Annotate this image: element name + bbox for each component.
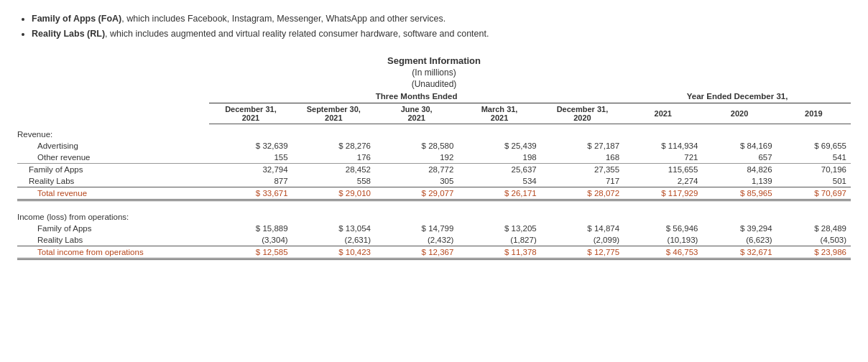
row-value: 558 [292, 175, 375, 187]
row-value: 168 [541, 152, 624, 164]
col-year-2019: 2019 [777, 103, 851, 124]
row-value: 1,139 [702, 175, 776, 187]
row-value: 176 [292, 152, 375, 164]
row-value: 70,196 [777, 163, 851, 175]
table-subtitle1: (In millions) [17, 68, 851, 78]
year-ended-header: Year Ended December 31, [624, 90, 851, 103]
row-value: $ 14,874 [541, 223, 624, 234]
row-value: 877 [209, 175, 292, 187]
row-label: Other revenue [17, 152, 209, 164]
row-value: 534 [458, 175, 540, 187]
row-value: $ 15,889 [209, 223, 292, 234]
table-title: Segment Information [17, 55, 851, 66]
row-label: Reality Labs [17, 175, 209, 187]
foa-bold: Family of Apps (FoA) [32, 14, 121, 24]
row-value: $ 33,671 [209, 187, 292, 200]
table-row: Family of Apps$ 15,889$ 13,054$ 14,799$ … [17, 223, 851, 234]
row-value: 198 [458, 152, 540, 164]
row-value: $ 11,378 [458, 246, 540, 259]
row-value: $ 12,367 [375, 246, 458, 259]
row-value: 28,772 [375, 163, 458, 175]
row-value: (1,827) [458, 234, 540, 246]
col-sep30-2021: September 30,2021 [292, 103, 375, 124]
row-label: Reality Labs [17, 234, 209, 246]
row-value: $ 13,054 [292, 223, 375, 234]
row-value: $ 26,171 [458, 187, 540, 200]
row-value: 84,826 [702, 163, 776, 175]
column-subheader: December 31,2021 September 30,2021 June … [17, 103, 851, 124]
row-value: 192 [375, 152, 458, 164]
row-value: 721 [624, 152, 702, 164]
row-value: 717 [541, 175, 624, 187]
row-value: $ 39,294 [702, 223, 776, 234]
row-value: $ 32,671 [702, 246, 776, 259]
row-value: (6,623) [702, 234, 776, 246]
column-group-header: Three Months Ended Year Ended December 3… [17, 90, 851, 103]
row-value: (10,193) [624, 234, 702, 246]
row-value: 541 [777, 152, 851, 164]
row-value: $ 28,072 [541, 187, 624, 200]
row-value: $ 117,929 [624, 187, 702, 200]
row-value: $ 70,697 [777, 187, 851, 200]
col-jun30-2021: June 30,2021 [375, 103, 458, 124]
table-row: Total revenue$ 33,671$ 29,010$ 29,077$ 2… [17, 187, 851, 200]
col-year-2020: 2020 [702, 103, 776, 124]
table-row: Family of Apps32,79428,45228,77225,63727… [17, 163, 851, 175]
row-value: 657 [702, 152, 776, 164]
row-value: 305 [375, 175, 458, 187]
three-months-header: Three Months Ended [209, 90, 624, 103]
row-value: $ 14,799 [375, 223, 458, 234]
row-value: $ 13,205 [458, 223, 540, 234]
row-value: (4,503) [777, 234, 851, 246]
foa-rest: , which includes Facebook, Instagram, Me… [121, 14, 445, 24]
col-year-2021: 2021 [624, 103, 702, 124]
section-label: Revenue: [17, 124, 851, 140]
row-value: 115,655 [624, 163, 702, 175]
col-mar31-2021: March 31,2021 [458, 103, 540, 124]
row-value: 32,794 [209, 163, 292, 175]
intro-item-foa: Family of Apps (FoA), which includes Fac… [32, 11, 851, 27]
row-label: Family of Apps [17, 163, 209, 175]
row-label: Total income from operations [17, 246, 209, 259]
row-label: Family of Apps [17, 223, 209, 234]
row-value: (2,432) [375, 234, 458, 246]
row-value: (2,099) [541, 234, 624, 246]
row-value: $ 28,276 [292, 140, 375, 152]
intro-list: Family of Apps (FoA), which includes Fac… [17, 11, 851, 42]
row-value: $ 32,639 [209, 140, 292, 152]
row-value: (2,631) [292, 234, 375, 246]
table-row: Reality Labs8775583055347172,2741,139501 [17, 175, 851, 187]
row-value: $ 10,423 [292, 246, 375, 259]
rl-rest: , which includes augmented and virtual r… [105, 29, 489, 39]
row-value: 27,355 [541, 163, 624, 175]
row-value: $ 12,585 [209, 246, 292, 259]
segment-table: Three Months Ended Year Ended December 3… [17, 90, 851, 261]
row-value: $ 69,655 [777, 140, 851, 152]
row-value: $ 56,946 [624, 223, 702, 234]
row-label: Advertising [17, 140, 209, 152]
rl-bold: Reality Labs (RL) [32, 29, 105, 39]
row-value: $ 29,077 [375, 187, 458, 200]
row-value: $ 28,580 [375, 140, 458, 152]
row-value: (3,304) [209, 234, 292, 246]
row-value: 25,637 [458, 163, 540, 175]
table-row: Advertising$ 32,639$ 28,276$ 28,580$ 25,… [17, 140, 851, 152]
table-row: Other revenue155176192198168721657541 [17, 152, 851, 164]
table-row: Reality Labs(3,304)(2,631)(2,432)(1,827)… [17, 234, 851, 246]
row-value: $ 29,010 [292, 187, 375, 200]
empty-subheader [17, 103, 209, 124]
row-value: $ 25,439 [458, 140, 540, 152]
row-value: 28,452 [292, 163, 375, 175]
row-value: $ 85,965 [702, 187, 776, 200]
row-value: $ 114,934 [624, 140, 702, 152]
section-label: Income (loss) from operations: [17, 207, 851, 223]
row-value: $ 46,753 [624, 246, 702, 259]
empty-col-header [17, 90, 209, 103]
row-value: 2,274 [624, 175, 702, 187]
row-value: $ 23,986 [777, 246, 851, 259]
intro-section: Family of Apps (FoA), which includes Fac… [17, 11, 851, 42]
row-label: Total revenue [17, 187, 209, 200]
row-value: 155 [209, 152, 292, 164]
row-value: $ 27,187 [541, 140, 624, 152]
row-value: $ 12,775 [541, 246, 624, 259]
